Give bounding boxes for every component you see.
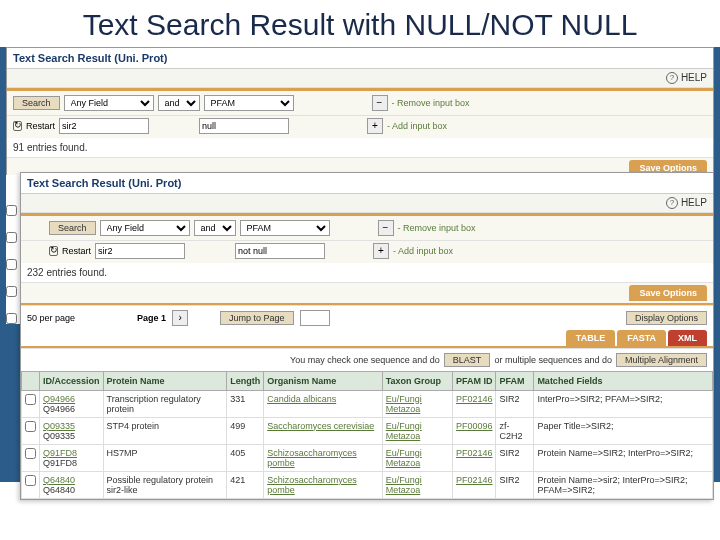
tab-fasta[interactable]: FASTA bbox=[617, 330, 666, 346]
remove-box-label: - Remove input box bbox=[398, 223, 476, 233]
taxon-link[interactable]: Eu/Fungi Metazoa bbox=[386, 475, 422, 495]
display-options-button[interactable]: Display Options bbox=[626, 311, 707, 325]
tab-table[interactable]: TABLE bbox=[566, 330, 615, 346]
organism-link[interactable]: Candida albicans bbox=[267, 394, 336, 404]
blast-button[interactable]: BLAST bbox=[444, 353, 491, 367]
restart-label: Restart bbox=[62, 246, 91, 256]
col-protein[interactable]: Protein Name bbox=[103, 371, 227, 390]
slide-title: Text Search Result with NULL/NOT NULL bbox=[0, 0, 720, 47]
search-row-2: Restart + - Add input box bbox=[21, 241, 713, 263]
operator-select[interactable]: and bbox=[158, 95, 200, 111]
field-select[interactable]: Any Field bbox=[100, 220, 190, 236]
add-row-button[interactable]: + bbox=[367, 118, 383, 134]
remove-row-button[interactable]: − bbox=[378, 220, 394, 236]
pfamid-link[interactable]: PF00096 bbox=[456, 421, 493, 431]
organism-link[interactable]: Schizosaccharomyces pombe bbox=[267, 448, 357, 468]
cell-pfam: zf-C2H2 bbox=[496, 417, 534, 444]
organism-link[interactable]: Saccharomyces cerevisiae bbox=[267, 421, 374, 431]
id-link[interactable]: Q91FD8 bbox=[43, 448, 77, 458]
results-table: ID/Accession Protein Name Length Organis… bbox=[21, 371, 713, 499]
search-button[interactable]: Search bbox=[13, 96, 60, 110]
cell-organism: Schizosaccharomyces pombe bbox=[264, 444, 383, 471]
page-background: Text Search Result (Uni. Prot) ? HELP Se… bbox=[0, 47, 720, 482]
taxon-link[interactable]: Eu/Fungi Metazoa bbox=[386, 421, 422, 441]
search-button[interactable]: Search bbox=[49, 221, 96, 235]
per-page-label: 50 per page bbox=[27, 313, 75, 323]
col-id[interactable]: ID/Accession bbox=[40, 371, 104, 390]
col-taxon[interactable]: Taxon Group bbox=[382, 371, 452, 390]
pfamid-link[interactable]: PF02146 bbox=[456, 448, 493, 458]
col-organism[interactable]: Organism Name bbox=[264, 371, 383, 390]
cell-pfamid: PF02146 bbox=[452, 444, 496, 471]
help-label: HELP bbox=[681, 72, 707, 83]
cell-matched: Paper Title=>SIR2; bbox=[534, 417, 713, 444]
query1-input[interactable] bbox=[95, 243, 185, 259]
cell-organism: Schizosaccharomyces pombe bbox=[264, 471, 383, 498]
cell-taxon: Eu/Fungi Metazoa bbox=[382, 417, 452, 444]
format-tabs: TABLE FASTA XML bbox=[21, 330, 713, 346]
cell-id: Q09335Q09335 bbox=[40, 417, 104, 444]
add-row-button[interactable]: + bbox=[373, 243, 389, 259]
field2-select[interactable]: PFAM bbox=[204, 95, 294, 111]
cell-pfam: SIR2 bbox=[496, 390, 534, 417]
pager-row: 50 per page Page 1 › Jump to Page Displa… bbox=[21, 305, 713, 330]
query1-input[interactable] bbox=[59, 118, 149, 134]
save-options-row: Save Options bbox=[21, 283, 713, 303]
id-link[interactable]: Q94966 bbox=[43, 394, 75, 404]
field2-select[interactable]: PFAM bbox=[240, 220, 330, 236]
row-checkbox[interactable] bbox=[6, 205, 17, 216]
table-row: Q64840Q64840Possible regulatory protein … bbox=[22, 471, 713, 498]
field-select[interactable]: Any Field bbox=[64, 95, 154, 111]
pfamid-link[interactable]: PF02146 bbox=[456, 394, 493, 404]
cell-pfam: SIR2 bbox=[496, 444, 534, 471]
restart-icon bbox=[49, 246, 58, 256]
taxon-link[interactable]: Eu/Fungi Metazoa bbox=[386, 394, 422, 414]
cell-length: 421 bbox=[227, 471, 264, 498]
cell-length: 331 bbox=[227, 390, 264, 417]
restart-link[interactable]: Restart bbox=[49, 246, 91, 256]
cell-pfamid: PF02146 bbox=[452, 390, 496, 417]
cell-organism: Candida albicans bbox=[264, 390, 383, 417]
next-page-button[interactable]: › bbox=[172, 310, 188, 326]
help-link[interactable]: ? HELP bbox=[666, 72, 707, 84]
organism-link[interactable]: Schizosaccharomyces pombe bbox=[267, 475, 357, 495]
entries-count: 232 entries found. bbox=[21, 263, 713, 283]
taxon-link[interactable]: Eu/Fungi Metazoa bbox=[386, 448, 422, 468]
row-checkbox[interactable] bbox=[6, 259, 17, 270]
row-checkbox[interactable] bbox=[25, 394, 36, 405]
jump-page-input[interactable] bbox=[300, 310, 330, 326]
jump-to-page-button[interactable]: Jump to Page bbox=[220, 311, 294, 325]
row-checkbox[interactable] bbox=[6, 313, 17, 324]
search-row-2: Restart + - Add input box bbox=[7, 116, 713, 138]
cell-id: Q64840Q64840 bbox=[40, 471, 104, 498]
row-checkbox[interactable] bbox=[25, 475, 36, 486]
blast-hint-2: or multiple sequences and do bbox=[494, 355, 612, 365]
col-pfam[interactable]: PFAM bbox=[496, 371, 534, 390]
row-checkbox[interactable] bbox=[6, 232, 17, 243]
help-link[interactable]: ? HELP bbox=[666, 197, 707, 209]
pfamid-link[interactable]: PF02146 bbox=[456, 475, 493, 485]
search-panel-notnull: Text Search Result (Uni. Prot) ? HELP Se… bbox=[20, 172, 714, 500]
cell-length: 405 bbox=[227, 444, 264, 471]
help-icon: ? bbox=[666, 197, 678, 209]
col-pfamid[interactable]: PFAM ID bbox=[452, 371, 496, 390]
page-label: Page 1 bbox=[137, 313, 166, 323]
remove-row-button[interactable]: − bbox=[372, 95, 388, 111]
id-link[interactable]: Q64840 bbox=[43, 475, 75, 485]
id-link[interactable]: Q09335 bbox=[43, 421, 75, 431]
multiple-alignment-button[interactable]: Multiple Alignment bbox=[616, 353, 707, 367]
cell-pfam: SIR2 bbox=[496, 471, 534, 498]
table-row: Q91FD8Q91FD8HS7MP405Schizosaccharomyces … bbox=[22, 444, 713, 471]
remove-box-label: - Remove input box bbox=[392, 98, 470, 108]
query2-input[interactable] bbox=[199, 118, 289, 134]
col-length[interactable]: Length bbox=[227, 371, 264, 390]
operator-select[interactable]: and bbox=[194, 220, 236, 236]
save-options-button[interactable]: Save Options bbox=[629, 285, 707, 301]
query2-input[interactable] bbox=[235, 243, 325, 259]
col-matched[interactable]: Matched Fields bbox=[534, 371, 713, 390]
restart-link[interactable]: Restart bbox=[13, 121, 55, 131]
row-checkbox[interactable] bbox=[25, 421, 36, 432]
row-checkbox[interactable] bbox=[25, 448, 36, 459]
tab-xml[interactable]: XML bbox=[668, 330, 707, 346]
row-checkbox[interactable] bbox=[6, 286, 17, 297]
